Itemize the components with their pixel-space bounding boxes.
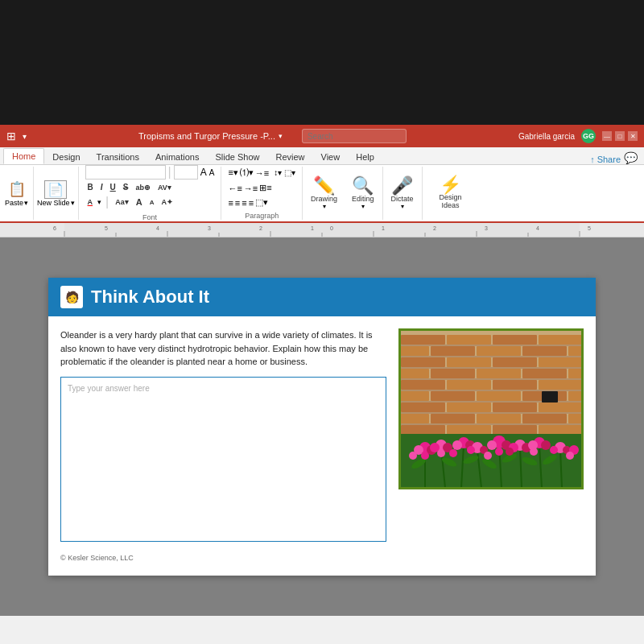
answer-box[interactable]: Type your answer here bbox=[60, 377, 386, 543]
font-name-input[interactable] bbox=[85, 165, 166, 180]
title-bar-left: ⊞ ▾ bbox=[6, 130, 27, 142]
tab-slideshow[interactable]: Slide Show bbox=[207, 150, 267, 164]
strikethrough-button[interactable]: S bbox=[121, 182, 131, 192]
indent-less-button[interactable]: ←≡ bbox=[228, 184, 242, 193]
svg-rect-28 bbox=[447, 335, 491, 345]
minimize-button[interactable]: — bbox=[602, 131, 612, 141]
col-layout-button[interactable]: ⊞≡ bbox=[259, 183, 271, 193]
avatar: GG bbox=[581, 129, 596, 143]
bold-button[interactable]: B bbox=[85, 182, 96, 192]
user-name: Gabriella garcia bbox=[518, 132, 575, 141]
slide-image bbox=[398, 328, 584, 489]
dictate-label: Dictate bbox=[391, 195, 414, 203]
char-spacing-button[interactable]: AV▾ bbox=[155, 183, 174, 192]
svg-text:4: 4 bbox=[156, 225, 159, 231]
tab-home[interactable]: Home bbox=[3, 148, 44, 164]
design-ideas-button[interactable]: ⚡ Design Ideas bbox=[426, 174, 476, 213]
font-group-label: Font bbox=[85, 213, 215, 221]
font-color-dropdown[interactable]: ▾ bbox=[97, 198, 101, 206]
editing-icon: 🔍 bbox=[352, 177, 374, 195]
svg-text:3: 3 bbox=[208, 225, 211, 231]
dictate-icon: 🎤 bbox=[391, 177, 413, 195]
svg-point-121 bbox=[484, 452, 492, 460]
align-right-button[interactable]: ≡ bbox=[242, 198, 246, 208]
new-slide-label: New Slide bbox=[37, 199, 70, 207]
title-bar-center: Tropisms and Turgor Pressure -P... ▾ bbox=[27, 129, 518, 143]
svg-rect-63 bbox=[401, 425, 445, 435]
align-left-button[interactable]: ≡ bbox=[228, 198, 233, 208]
svg-text:1: 1 bbox=[382, 225, 385, 231]
font-size-input[interactable]: 14 bbox=[174, 165, 198, 180]
tab-view[interactable]: View bbox=[313, 150, 349, 164]
svg-rect-33 bbox=[477, 346, 521, 356]
svg-point-107 bbox=[487, 440, 497, 450]
font-group: | 14 A A B I U S ab⊕ AV▾ A bbox=[79, 167, 222, 220]
tab-review[interactable]: Review bbox=[267, 150, 312, 164]
svg-rect-31 bbox=[401, 346, 429, 356]
slide-description: Oleander is a very hardy plant that can … bbox=[60, 328, 386, 369]
maximize-button[interactable]: □ bbox=[615, 131, 625, 141]
window-controls: — □ ✕ bbox=[602, 131, 638, 141]
drawing-icon: ✏️ bbox=[313, 177, 335, 195]
clear-format-button[interactable]: A✦ bbox=[159, 197, 175, 207]
title-bar-right: Gabriella garcia GG — □ ✕ bbox=[518, 129, 638, 143]
svg-rect-60 bbox=[477, 414, 521, 423]
underline-button[interactable]: U bbox=[108, 182, 118, 192]
shadow-button[interactable]: ab⊕ bbox=[133, 183, 153, 192]
svg-rect-51 bbox=[477, 391, 521, 401]
svg-point-104 bbox=[467, 446, 475, 454]
svg-rect-50 bbox=[431, 391, 475, 401]
font-row-1: | 14 A A bbox=[85, 165, 215, 180]
new-slide-icon: 📄 bbox=[44, 180, 67, 199]
svg-rect-73 bbox=[401, 412, 584, 414]
svg-rect-57 bbox=[539, 402, 584, 412]
text-case-button[interactable]: Aa▾ bbox=[113, 197, 131, 207]
share-button[interactable]: ↑ Share bbox=[590, 155, 621, 164]
svg-rect-47 bbox=[493, 380, 537, 390]
editing-label: Editing bbox=[352, 195, 374, 203]
slide[interactable]: 🧑 Think About It Oleander is a very hard… bbox=[48, 278, 596, 576]
decrease-font-button[interactable]: A bbox=[209, 168, 215, 177]
monitor-frame: ⊞ ▾ Tropisms and Turgor Pressure -P... ▾… bbox=[0, 0, 644, 644]
indent-more-btn[interactable]: →≡ bbox=[244, 184, 258, 193]
text-size-a2[interactable]: A bbox=[147, 198, 157, 207]
paragraph-group-label: Paragraph bbox=[228, 212, 295, 220]
align-center-button[interactable]: ≡ bbox=[235, 198, 240, 208]
slide-header: 🧑 Think About It bbox=[48, 278, 596, 316]
italic-button[interactable]: I bbox=[98, 182, 105, 192]
tab-design[interactable]: Design bbox=[44, 150, 88, 164]
tab-transitions[interactable]: Transitions bbox=[89, 150, 147, 164]
increase-font-button[interactable]: A bbox=[200, 167, 207, 178]
svg-point-122 bbox=[506, 448, 514, 456]
svg-text:0: 0 bbox=[330, 225, 333, 231]
title-dropdown-icon[interactable]: ▾ bbox=[279, 132, 283, 140]
svg-rect-55 bbox=[447, 402, 491, 412]
app-icon: ⊞ bbox=[6, 130, 16, 142]
ruler-svg: 6 5 4 3 2 1 0 1 2 3 4 5 bbox=[0, 223, 644, 237]
dictate-button[interactable]: 🎤 Dictate ▾ bbox=[386, 175, 419, 213]
text-direction-button[interactable]: ⬚▾ bbox=[255, 197, 268, 208]
drawing-button[interactable]: ✏️ Drawing ▾ bbox=[306, 175, 342, 213]
svg-rect-42 bbox=[477, 369, 521, 378]
font-color-button[interactable]: A bbox=[85, 197, 96, 207]
paste-button[interactable]: Paste bbox=[5, 199, 23, 207]
answer-placeholder: Type your answer here bbox=[68, 384, 150, 393]
svg-rect-32 bbox=[431, 346, 475, 356]
text-size-a1[interactable]: A bbox=[134, 196, 145, 208]
svg-point-109 bbox=[495, 448, 503, 456]
comments-icon[interactable]: 💬 bbox=[621, 151, 641, 164]
svg-rect-45 bbox=[401, 380, 445, 390]
bullets-button[interactable]: ≡▾ bbox=[228, 167, 237, 178]
tab-help[interactable]: Help bbox=[348, 150, 382, 164]
svg-rect-62 bbox=[568, 414, 584, 423]
indent-more-button[interactable]: →≡ bbox=[255, 168, 269, 178]
svg-text:4: 4 bbox=[536, 225, 539, 231]
font-row-3: A ▾ | Aa▾ A A A✦ bbox=[85, 195, 215, 209]
search-input[interactable] bbox=[302, 129, 407, 143]
close-button[interactable]: ✕ bbox=[628, 131, 638, 141]
justify-button[interactable]: ≡ bbox=[249, 198, 254, 208]
svg-point-125 bbox=[566, 452, 574, 460]
tab-animations[interactable]: Animations bbox=[147, 150, 207, 164]
numbering-button[interactable]: ⑴▾ bbox=[240, 167, 254, 179]
editing-button[interactable]: 🔍 Editing ▾ bbox=[347, 175, 379, 213]
